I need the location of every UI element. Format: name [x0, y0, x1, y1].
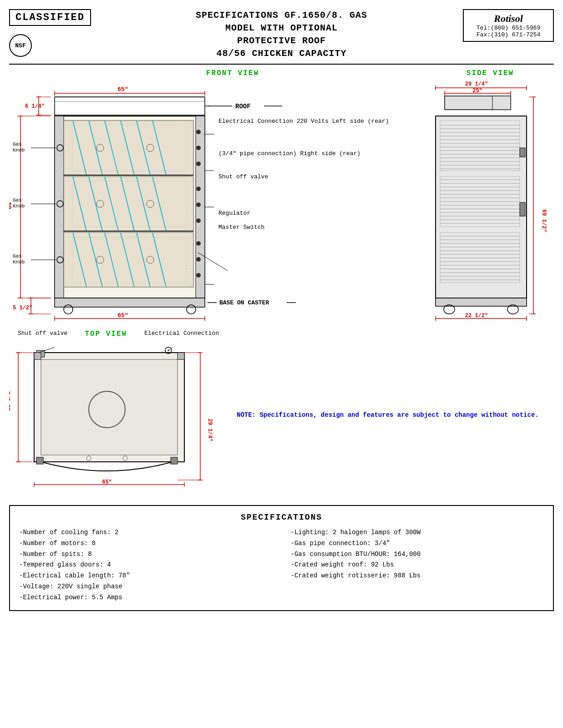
svg-text:Knob: Knob	[13, 147, 25, 153]
lower-section: Shut off valve TOP VIEW Electrical Conne…	[9, 330, 554, 496]
svg-text:Gas: Gas	[13, 197, 22, 203]
specs-title: SPECIFICATIONS	[19, 513, 544, 522]
brand-name: Rotisol	[468, 13, 548, 25]
spec-item-4: -Electrical cable length: 78"	[19, 571, 273, 581]
svg-point-56	[196, 218, 201, 223]
svg-line-197	[39, 347, 55, 353]
classified-badge: CLASSIFIED	[9, 9, 91, 26]
svg-text:65": 65"	[102, 479, 112, 485]
spec-item-r4: -Crated weight rotisserie: 988 Lbs	[291, 571, 544, 581]
svg-text:5 1/2": 5 1/2"	[13, 305, 32, 311]
electrical-connection-label: Electrical Connection 220 Volts Left sid…	[218, 117, 389, 126]
svg-point-57	[196, 241, 201, 246]
page-title: SPECIFICATIONS GF.1650/8. GAS MODEL WITH…	[100, 9, 463, 60]
specs-right-column: -Lighting: 2 halogen lamps of 300W -Gas …	[291, 527, 544, 603]
svg-text:6 1/4": 6 1/4"	[25, 103, 45, 110]
header-center: SPECIFICATIONS GF.1650/8. GAS MODEL WITH…	[100, 9, 463, 60]
svg-text:Knob: Knob	[13, 259, 25, 265]
spec-item-r2: -Gas consumption BTU/HOUR: 164,000	[291, 549, 544, 560]
nsf-badge: NSF	[9, 34, 32, 57]
master-switch-label: Master Switch	[218, 223, 389, 233]
note-text: NOTE: Specifications, design and feature…	[237, 410, 554, 420]
spec-item-5: -Voltage: 220V single phase	[19, 581, 273, 592]
fax: Fax:(310) 671-7254	[468, 31, 548, 38]
svg-text:22 1/2": 22 1/2"	[9, 388, 12, 411]
page: CLASSIFIED NSF SPECIFICATIONS GF.1650/8.…	[0, 0, 563, 728]
side-view-label: SIDE VIEW	[426, 69, 554, 77]
front-view-container: FRONT VIEW 65" ROOF	[9, 69, 420, 323]
svg-rect-65	[55, 298, 205, 307]
svg-text:Gas: Gas	[13, 253, 22, 259]
specs-grid: -Number of cooling fans: 2 -Number of mo…	[19, 527, 544, 603]
svg-rect-187	[36, 457, 43, 464]
spec-item-r0: -Lighting: 2 halogen lamps of 300W	[291, 527, 544, 538]
svg-text:Knob: Knob	[13, 203, 25, 209]
spec-item-r1: -Gas pipe connection: 3/4"	[291, 538, 544, 549]
brand-box: Rotisol Tel:(800) 651-5969 Fax:(310) 671…	[463, 9, 554, 42]
svg-text:65": 65"	[117, 312, 128, 319]
svg-point-53	[196, 162, 201, 166]
svg-text:25": 25"	[472, 88, 482, 94]
svg-text:22 1/2": 22 1/2"	[465, 313, 488, 319]
svg-text:29 1/4": 29 1/4"	[465, 81, 488, 87]
header-left: CLASSIFIED NSF	[9, 9, 100, 57]
specifications-section: SPECIFICATIONS -Number of cooling fans: …	[9, 505, 554, 611]
note-section: NOTE: Specifications, design and feature…	[237, 330, 554, 496]
pipe-connection-label: (3/4" pipe connection) Right side (rear)	[218, 149, 389, 159]
spec-item-2: -Number of spits: 8	[19, 549, 273, 560]
svg-point-51	[196, 130, 201, 134]
svg-point-54	[196, 187, 201, 191]
spec-item-1: -Number of motors: 8	[19, 538, 273, 549]
electrical-connection-top-label: Electrical Connection	[144, 330, 219, 338]
svg-rect-190	[178, 353, 184, 359]
svg-point-186	[167, 349, 169, 351]
svg-rect-182	[41, 359, 178, 455]
spec-item-6: -Electrical power: 5.5 Amps	[19, 592, 273, 603]
spec-item-r3: -Crated weight roof: 92 Lbs	[291, 560, 544, 571]
svg-text:65": 65"	[117, 86, 128, 93]
tel: Tel:(800) 651-5969	[468, 25, 548, 31]
regulator-label: Regulator	[218, 209, 389, 218]
svg-rect-154	[520, 202, 525, 216]
top-view-container: Shut off valve TOP VIEW Electrical Conne…	[9, 330, 228, 496]
svg-rect-41	[64, 233, 193, 287]
svg-point-59	[196, 273, 201, 278]
svg-rect-188	[171, 457, 178, 464]
svg-rect-31	[64, 177, 193, 231]
svg-text:Gas: Gas	[13, 142, 22, 147]
svg-rect-19	[196, 116, 205, 298]
specs-left-column: -Number of cooling fans: 2 -Number of mo…	[19, 527, 273, 603]
header: CLASSIFIED NSF SPECIFICATIONS GF.1650/8.…	[9, 9, 554, 65]
svg-rect-155	[520, 148, 525, 157]
svg-text:BASE  ON  CASTER: BASE ON CASTER	[219, 299, 269, 306]
svg-point-55	[196, 202, 201, 207]
svg-rect-4	[55, 97, 205, 115]
top-view-svg: 22 1/2" 29 1/4"	[9, 339, 232, 494]
front-view-label: FRONT VIEW	[46, 69, 420, 77]
svg-rect-189	[34, 353, 41, 359]
spec-item-0: -Number of cooling fans: 2	[19, 527, 273, 538]
side-view-svg: 29 1/4" 25"	[426, 80, 554, 321]
top-view-label: TOP VIEW	[85, 330, 127, 338]
spec-item-3: -Tempered glass doors: 4	[19, 560, 273, 571]
side-view-container: SIDE VIEW 29 1/4" 25"	[426, 69, 554, 323]
svg-point-58	[196, 257, 201, 262]
svg-rect-110	[492, 96, 511, 110]
shut-off-valve-top-label: Shut off valve	[18, 330, 67, 338]
svg-text:69 1/2": 69 1/2"	[541, 209, 547, 232]
svg-rect-20	[64, 121, 193, 175]
right-annotations: Electrical Connection 220 Volts Left sid…	[218, 106, 389, 233]
svg-point-52	[196, 146, 201, 150]
shut-off-valve-label: Shut off valve	[218, 172, 389, 182]
svg-text:29 1/4": 29 1/4"	[207, 419, 213, 441]
